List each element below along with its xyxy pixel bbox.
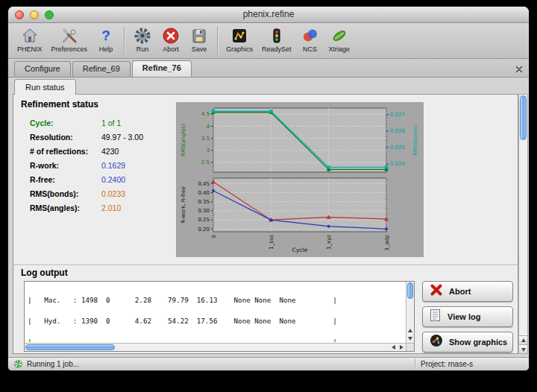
stat-value: 49.97 - 3.00 (101, 133, 143, 142)
toolbar-label: ReadySet (262, 45, 292, 53)
svg-text:4.5: 4.5 (201, 111, 210, 117)
scroll-down-icon[interactable] (408, 337, 412, 341)
log-horizontal-scrollbar-thumb[interactable] (25, 344, 115, 350)
zoom-window-icon[interactable] (45, 10, 54, 19)
scroll-left-icon[interactable] (392, 345, 395, 350)
toolbar-label: Preferences (51, 45, 88, 53)
toolbar-label: PHENIX (17, 45, 43, 53)
abort-button[interactable]: Abort (422, 281, 513, 302)
view-log-button[interactable]: View log (422, 306, 513, 327)
toolbar-label: Xtriage (329, 45, 351, 53)
window-title: phenix.refine (8, 7, 529, 22)
view-log-document-icon (430, 309, 442, 325)
toolbar-item-preferences[interactable]: Preferences (47, 25, 92, 54)
refinement-progress-chart: 2.533.544.50.0240.0250.0260.027RMS(angle… (176, 102, 424, 257)
svg-text:0.025: 0.025 (390, 145, 405, 151)
stat-value: 2.010 (101, 203, 121, 212)
toolbar-item-save[interactable]: Save (185, 25, 213, 54)
svg-text:0.024: 0.024 (390, 161, 406, 167)
toolbar-item-xtriage[interactable]: Xtriage (324, 25, 355, 54)
stat-value: 1 of 1 (101, 118, 121, 127)
stat-row-reflections: # of reflections:4230 (30, 147, 119, 156)
abort-x-icon (430, 283, 443, 300)
progress-spinner-icon (14, 360, 22, 368)
svg-text:1_adp: 1_adp (384, 234, 390, 250)
svg-text:0.25: 0.25 (198, 217, 210, 223)
toolbar-label: Run (136, 45, 149, 53)
svg-text:3: 3 (207, 148, 210, 154)
stat-label: R-free: (30, 175, 101, 184)
log-output-heading: Log output (21, 268, 68, 278)
tabbar: Configure Refine_69 Refine_76 (8, 59, 529, 78)
abort-circle-icon (161, 26, 180, 45)
toolbar-separator (217, 27, 218, 55)
main-scrollbar-thumb[interactable] (520, 95, 527, 140)
toolbar-label: Save (192, 45, 207, 53)
log-line: | | (28, 338, 404, 342)
tab-run-status[interactable]: Run status (14, 79, 76, 95)
svg-text:1_bss: 1_bss (268, 235, 274, 250)
show-graphics-button[interactable]: Show graphics (422, 332, 513, 353)
main-scroll-down-button[interactable] (519, 344, 527, 353)
phenix-refine-window: phenix.refine PHENIX Preferences ? Help (7, 6, 530, 371)
stat-row-r-free: R-free:0.2400 (30, 175, 125, 184)
toolbar-item-ncs[interactable]: NCS (296, 25, 324, 54)
log-horizontal-scrollbar[interactable] (25, 343, 406, 351)
log-line: | Hyd. : 1390 0 4.62 54.22 17.56 None No… (28, 317, 404, 324)
stat-label: Resolution: (30, 133, 101, 142)
stat-label: R-work: (30, 161, 101, 170)
stat-row-r-work: R-work:0.1629 (30, 161, 125, 170)
stat-value: 4230 (101, 147, 119, 156)
scroll-right-icon[interactable] (400, 345, 403, 350)
svg-text:Cycle: Cycle (292, 247, 308, 253)
minimize-window-icon[interactable] (30, 10, 39, 19)
stat-value: 0.2400 (101, 175, 125, 184)
stat-label: # of reflections: (30, 147, 101, 156)
log-vertical-scrollbar[interactable] (406, 282, 414, 343)
stat-label: Cycle: (30, 118, 101, 127)
toolbar-item-run[interactable]: Run (128, 25, 157, 54)
tab-close-icon[interactable] (515, 63, 524, 72)
show-graphics-button-label: Show graphics (449, 338, 507, 347)
main-scroll-up-button[interactable] (519, 335, 527, 344)
main-vertical-scrollbar[interactable] (518, 94, 528, 354)
svg-text:0.20: 0.20 (198, 227, 210, 233)
titlebar: phenix.refine (8, 7, 529, 23)
screen: phenix.refine PHENIX Preferences ? Help (0, 0, 537, 392)
phenix-home-icon (20, 26, 40, 45)
svg-text:RMS(bonds): RMS(bonds) (412, 124, 418, 156)
toolbar-item-phenix[interactable]: PHENIX (13, 25, 47, 54)
readyset-traffic-light-icon (267, 26, 286, 45)
log-line: | Mac. : 1498 0 2.28 79.79 16.13 None No… (28, 297, 404, 303)
content-area: Run status Refinement status Cycle:1 of … (8, 78, 529, 357)
stat-row-resolution: Resolution:49.97 - 3.00 (30, 133, 143, 142)
toolbar-item-readyset[interactable]: ReadySet (257, 25, 296, 54)
toolbar-separator (124, 27, 125, 55)
tab-refine-69[interactable]: Refine_69 (72, 61, 131, 77)
toolbar-item-graphics[interactable]: Graphics (222, 25, 257, 54)
stat-value: 0.1629 (101, 161, 125, 170)
stat-row-rms-angles: RMS(angles):2.010 (30, 203, 121, 212)
stat-value: 0.0233 (101, 189, 125, 198)
toolbar-label: NCS (303, 45, 317, 53)
svg-text:0.027: 0.027 (390, 112, 405, 118)
toolbar-label: Abort (163, 45, 179, 53)
ncs-icon (301, 26, 320, 45)
svg-text:0.30: 0.30 (198, 208, 210, 214)
svg-text:0.026: 0.026 (390, 128, 406, 134)
close-window-icon[interactable] (15, 10, 24, 19)
help-question-icon: ? (96, 26, 116, 45)
toolbar-item-abort[interactable]: Abort (157, 25, 185, 54)
toolbar-label: Help (99, 45, 113, 53)
log-vertical-scrollbar-thumb[interactable] (407, 282, 413, 299)
status-running-text: Running 1 job... (27, 360, 79, 368)
tab-refine-76[interactable]: Refine_76 (132, 60, 192, 77)
refinement-status-heading: Refinement status (21, 99, 98, 110)
toolbar-item-help[interactable]: ? Help (92, 25, 120, 54)
svg-text:RMS(angles): RMS(angles) (180, 124, 186, 157)
xtriage-icon (330, 26, 349, 45)
statusbar: Running 1 job... Project: rnase-s (8, 357, 529, 370)
scroll-up-icon[interactable] (408, 329, 412, 332)
tab-configure[interactable]: Configure (14, 61, 71, 77)
status-project-text: Project: rnase-s (421, 360, 473, 368)
